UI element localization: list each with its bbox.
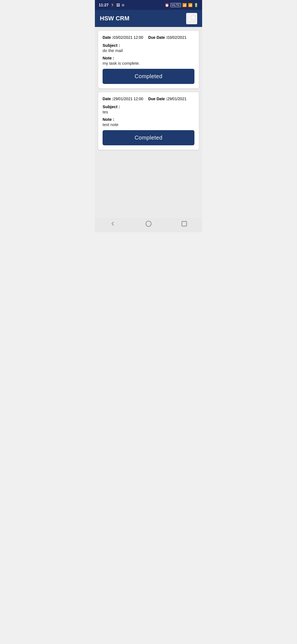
task-date-2: Date :29/01/2021 12:00 — [103, 97, 143, 101]
task-card-1: Date :03/02/2021 12:00 Due Date :03/02/2… — [98, 31, 199, 88]
task-note-label-1: Note : — [103, 56, 194, 60]
status-bar: 11:27 🏃 🖼 ⊘ ⏰ VoLTE! 📶 📶 🔋 — [95, 0, 202, 10]
task-note-field-2: Note : test note — [103, 117, 194, 127]
task-due-date-1: Due Date :03/02/2021 — [148, 35, 186, 40]
status-icon-signal1: 📶 — [188, 3, 193, 7]
task-card-2: Date :29/01/2021 12:00 Due Date :29/01/2… — [98, 92, 199, 150]
task-subject-field-2: Subject : tes — [103, 104, 194, 114]
back-button[interactable] — [109, 220, 116, 229]
logout-button[interactable] — [186, 13, 197, 24]
status-time: 11:27 — [99, 3, 109, 7]
status-icon-image: 🖼 — [116, 3, 120, 7]
status-icon-battery: 🔋 — [194, 3, 198, 7]
task-list: Date :03/02/2021 12:00 Due Date :03/02/2… — [95, 27, 202, 218]
task-subject-value-1: do the mail — [103, 48, 194, 53]
status-icon-footprint: 🏃 — [110, 3, 115, 7]
task-note-value-2: test note — [103, 122, 194, 127]
app-title: HSW CRM — [100, 15, 130, 22]
task-subject-label-2: Subject : — [103, 104, 194, 109]
home-icon — [145, 220, 152, 227]
app-bar: HSW CRM — [95, 10, 202, 27]
status-icon-no: ⊘ — [122, 3, 125, 7]
completed-button-1[interactable]: Completed — [103, 69, 194, 84]
task-due-date-2: Due Date :29/01/2021 — [148, 97, 186, 101]
svg-rect-2 — [182, 221, 186, 226]
logout-icon — [188, 14, 195, 21]
task-dates-2: Date :29/01/2021 12:00 Due Date :29/01/2… — [103, 97, 194, 101]
task-subject-label-1: Subject : — [103, 43, 194, 48]
task-date-1: Date :03/02/2021 12:00 — [103, 35, 143, 40]
nav-bar — [95, 218, 202, 232]
status-icon-volte: VoLTE! — [170, 3, 181, 7]
task-subject-field-1: Subject : do the mail — [103, 43, 194, 53]
task-note-label-2: Note : — [103, 117, 194, 122]
recent-icon — [181, 220, 188, 227]
back-icon — [109, 220, 116, 227]
svg-point-1 — [146, 221, 151, 227]
status-icon-alarm: ⏰ — [165, 3, 169, 7]
completed-button-2[interactable]: Completed — [103, 130, 194, 145]
status-icon-wifi: 📶 — [182, 3, 187, 7]
home-button[interactable] — [145, 220, 152, 229]
task-note-value-1: my task is complete. — [103, 61, 194, 66]
recent-button[interactable] — [181, 220, 188, 229]
task-dates-1: Date :03/02/2021 12:00 Due Date :03/02/2… — [103, 35, 194, 40]
task-note-field-1: Note : my task is complete. — [103, 56, 194, 66]
task-subject-value-2: tes — [103, 110, 194, 114]
